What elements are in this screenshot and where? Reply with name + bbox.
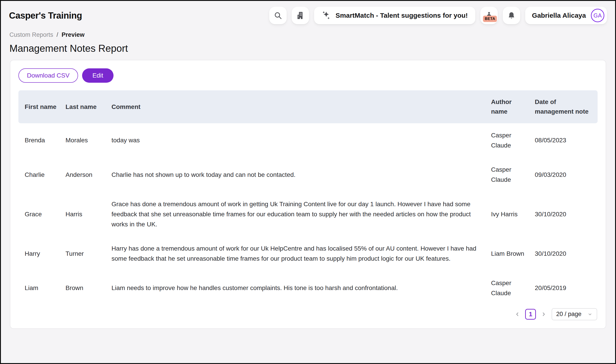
edit-button[interactable]: Edit (82, 68, 114, 83)
notifications-button[interactable] (503, 7, 520, 24)
company-switcher-button[interactable] (292, 7, 309, 24)
column-header-last-name: Last name (61, 90, 107, 123)
cell-first-name: Harry (18, 236, 61, 271)
column-header-author-name: Author name (487, 90, 530, 123)
cell-comment: Liam needs to improve how he handles cus… (107, 271, 487, 306)
user-menu[interactable]: Gabriella Alicaya GA (525, 7, 607, 24)
breadcrumb: Custom Reports / Preview (1, 31, 615, 38)
table-row: Liam Brown Liam needs to improve how he … (18, 271, 598, 306)
cell-last-name: Anderson (61, 157, 107, 192)
cell-author-name: Liam Brown (487, 236, 530, 271)
cell-comment: Charlie has not shown up to work today a… (107, 157, 487, 192)
table-body: Brenda Morales today was Casper Claude 0… (18, 123, 598, 306)
cell-last-name: Turner (61, 236, 107, 271)
breadcrumb-separator: / (56, 31, 58, 38)
cell-last-name: Harris (61, 192, 107, 236)
pagination: 1 20 / page (18, 308, 598, 320)
smartmatch-label: SmartMatch - Talent suggestions for you! (335, 12, 468, 19)
cell-date: 09/03/2020 (530, 157, 598, 192)
chevron-down-icon (587, 312, 593, 317)
avatar: GA (591, 9, 604, 22)
cell-comment: Grace has done a tremendous amount of wo… (107, 192, 487, 236)
table-row: Charlie Anderson Charlie has not shown u… (18, 157, 598, 192)
report-card: Download CSV Edit First name Last name C… (10, 60, 606, 329)
search-icon (274, 11, 282, 20)
cell-date: 08/05/2023 (530, 123, 598, 158)
table-row: Harry Turner Harry has done a tremendous… (18, 236, 598, 271)
sparkles-icon (322, 11, 332, 20)
beta-badge: BETA (483, 16, 497, 22)
cell-author-name: Casper Claude (487, 123, 530, 158)
column-header-first-name: First name (18, 90, 61, 123)
cell-first-name: Liam (18, 271, 61, 306)
current-page-button[interactable]: 1 (525, 309, 536, 320)
cell-last-name: Morales (61, 123, 107, 158)
cell-date: 30/10/2020 (530, 236, 598, 271)
toolbar: Download CSV Edit (18, 68, 598, 83)
chevron-left-icon (514, 311, 521, 317)
download-csv-button[interactable]: Download CSV (18, 68, 78, 83)
top-bar-actions: SmartMatch - Talent suggestions for you!… (269, 7, 607, 24)
column-header-date: Date of management note (530, 90, 598, 123)
smartmatch-banner-button[interactable]: SmartMatch - Talent suggestions for you! (314, 7, 476, 24)
breadcrumb-current: Preview (62, 31, 85, 38)
labs-button[interactable]: BETA (480, 7, 498, 24)
building-icon (296, 11, 305, 20)
search-button[interactable] (269, 7, 287, 24)
cell-author-name: Ivy Harris (487, 192, 530, 236)
report-table: First name Last name Comment Author name… (18, 90, 598, 306)
chevron-right-icon (541, 311, 547, 317)
cell-date: 20/05/2019 (530, 271, 598, 306)
table-header: First name Last name Comment Author name… (18, 90, 598, 123)
page-size-select[interactable]: 20 / page (552, 308, 597, 320)
table-row: Grace Harris Grace has done a tremendous… (18, 192, 598, 236)
cell-first-name: Grace (18, 192, 61, 236)
cell-last-name: Brown (61, 271, 107, 306)
cell-comment: Harry has done a tremendous amount of wo… (107, 236, 487, 271)
page-title: Management Notes Report (1, 43, 615, 54)
cell-author-name: Casper Claude (487, 157, 530, 192)
user-name: Gabriella Alicaya (532, 12, 586, 19)
breadcrumb-custom-reports[interactable]: Custom Reports (9, 31, 53, 38)
column-header-comment: Comment (107, 90, 487, 123)
cell-author-name: Casper Claude (487, 271, 530, 306)
app-window: Casper's Training (0, 0, 616, 364)
cell-date: 30/10/2020 (530, 192, 598, 236)
cell-comment: today was (107, 123, 487, 158)
bell-icon (508, 12, 516, 20)
prev-page-button[interactable] (513, 311, 521, 318)
app-logo: Casper's Training (9, 11, 82, 21)
cell-first-name: Charlie (18, 157, 61, 192)
cell-first-name: Brenda (18, 123, 61, 158)
page-size-value: 20 / page (556, 311, 581, 318)
next-page-button[interactable] (540, 311, 548, 318)
table-row: Brenda Morales today was Casper Claude 0… (18, 123, 598, 158)
top-bar: Casper's Training (1, 1, 615, 28)
